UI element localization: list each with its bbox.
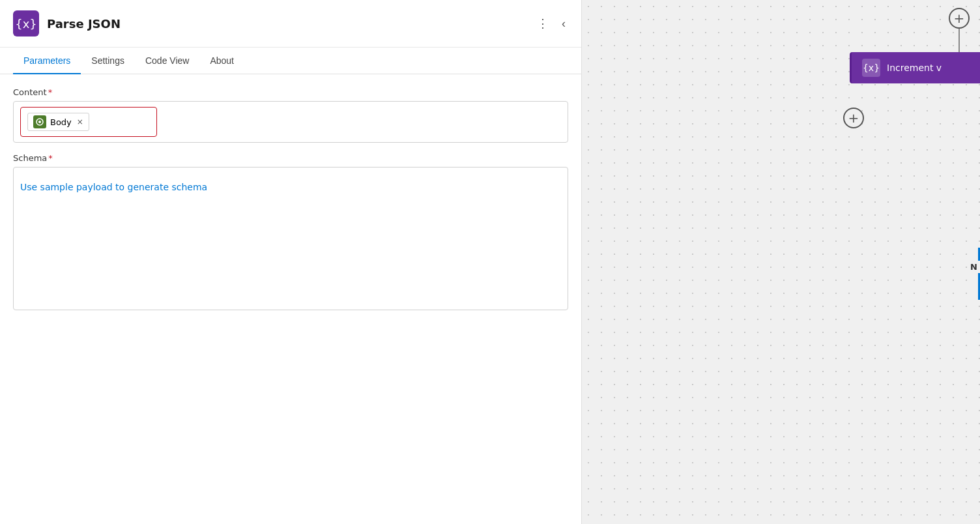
panel-header-actions: ⋮ ‹	[534, 14, 568, 33]
content-label: Content *	[13, 87, 568, 97]
content-input-area[interactable]: Body ×	[13, 101, 568, 143]
schema-field-group: Schema * Use sample payload to generate …	[13, 153, 568, 310]
content-area: Content * Body ×	[0, 74, 581, 524]
tabs: Parameters Settings Code View About	[0, 48, 581, 74]
left-panel: {x} Parse JSON ⋮ ‹ Parameters Settings C…	[0, 0, 582, 524]
schema-required: *	[48, 153, 53, 163]
schema-input[interactable]: Use sample payload to generate schema	[13, 167, 568, 310]
schema-link[interactable]: Use sample payload to generate schema	[20, 182, 561, 192]
content-field-box: Body ×	[20, 107, 157, 137]
add-node-top-button[interactable]: +	[949, 8, 970, 29]
schema-label: Schema *	[13, 153, 568, 163]
tab-settings[interactable]: Settings	[81, 48, 135, 74]
n-label: N	[968, 261, 980, 273]
panel-header: {x} Parse JSON ⋮ ‹	[0, 0, 581, 48]
panel-title-area: {x} Parse JSON	[13, 10, 121, 36]
svg-point-1	[38, 121, 41, 123]
body-tag-close[interactable]: ×	[77, 117, 83, 126]
tab-parameters[interactable]: Parameters	[13, 48, 81, 74]
tab-code-view[interactable]: Code View	[135, 48, 199, 74]
add-node-middle-button[interactable]: +	[843, 108, 864, 128]
body-tag-icon	[33, 115, 46, 128]
more-options-button[interactable]: ⋮	[534, 14, 551, 33]
content-required: *	[48, 87, 53, 97]
right-canvas: + {x} Increment v + N ℹ ↗ × 🔍	[582, 0, 980, 524]
content-field-group: Content * Body ×	[13, 87, 568, 143]
panel-title: Parse JSON	[47, 17, 121, 31]
body-tag: Body ×	[27, 113, 89, 131]
node-label: Increment v	[887, 63, 942, 73]
node-icon: {x}	[862, 59, 880, 77]
body-tag-label: Body	[50, 117, 72, 127]
tab-about[interactable]: About	[199, 48, 244, 74]
workflow-node[interactable]: {x} Increment v	[850, 52, 980, 83]
back-button[interactable]: ‹	[559, 14, 568, 33]
connector-line	[958, 29, 960, 55]
app-icon: {x}	[13, 10, 39, 36]
